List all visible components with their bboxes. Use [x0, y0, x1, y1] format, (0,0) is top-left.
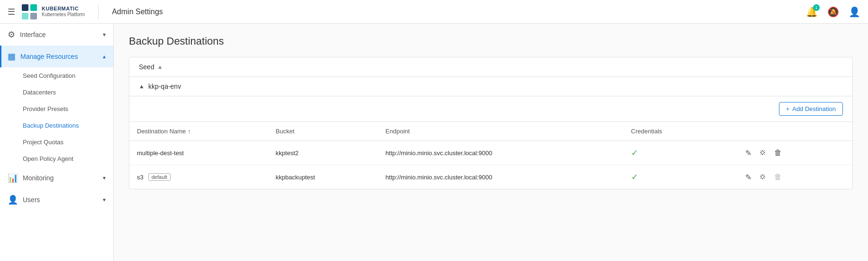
monitoring-chevron-icon: ▾ — [103, 175, 106, 181]
delete-icon: 🗑 — [774, 173, 782, 181]
table-row: multiple-dest-testkkptest2http://minio.m… — [129, 141, 852, 165]
name-sort-icon: ↑ — [188, 128, 191, 135]
sidebar-item-manage-resources-label: Manage Resources — [20, 53, 98, 60]
sidebar: ⚙ Interface ▾ ▦ Manage Resources ▴ Seed … — [0, 24, 114, 261]
edit-icon[interactable]: ✎ — [745, 173, 751, 182]
credentials-cell: ✓ — [624, 141, 738, 165]
svg-rect-0 — [22, 4, 28, 11]
sidebar-item-users-label: Users — [23, 196, 98, 204]
active-bar — [0, 46, 1, 67]
col-header-name[interactable]: Destination Name ↑ — [129, 122, 268, 141]
seed-col-label: Seed — [139, 63, 154, 71]
interface-chevron-icon: ▾ — [103, 31, 106, 38]
col-header-endpoint: Endpoint — [378, 122, 624, 141]
bucket-cell: kkptest2 — [268, 141, 378, 165]
main-title: Backup Destinations — [129, 35, 853, 47]
add-icon: + — [786, 105, 790, 112]
add-destination-row: + Add Destination — [129, 96, 852, 122]
col-header-credentials: Credentials — [624, 122, 738, 141]
manage-resources-chevron-icon: ▴ — [103, 53, 106, 60]
seed-header[interactable]: Seed ▲ — [129, 57, 852, 77]
endpoint-cell: http://minio.minio.svc.cluster.local:900… — [378, 165, 624, 189]
sidebar-item-project-quotas[interactable]: Project Quotas — [23, 134, 113, 150]
sidebar-item-manage-resources[interactable]: ▦ Manage Resources ▴ — [0, 46, 113, 67]
backup-destinations-table-container: Seed ▲ ▲ kkp-qa-env + Add Destination — [129, 57, 853, 189]
interface-icon: ⚙ — [8, 29, 15, 40]
main-content: Backup Destinations Seed ▲ ▲ kkp-qa-env … — [114, 24, 868, 261]
sidebar-item-seed-configuration[interactable]: Seed Configuration — [23, 67, 113, 84]
monitoring-icon: 📊 — [8, 173, 18, 183]
actions-cell: ✎⛭🗑 — [738, 165, 852, 189]
svg-rect-2 — [22, 13, 28, 19]
users-chevron-icon: ▾ — [103, 196, 106, 203]
destinations-table: Destination Name ↑ Bucket Endpoint Crede… — [129, 122, 852, 189]
topbar: ☰ KUBERMATIC Kubernetes Platform Admin S… — [0, 0, 868, 24]
credentials-check-icon: ✓ — [631, 148, 638, 158]
manage-resources-icon: ▦ — [8, 51, 16, 62]
sidebar-item-provider-presets[interactable]: Provider Presets — [23, 101, 113, 117]
layout: ⚙ Interface ▾ ▦ Manage Resources ▴ Seed … — [0, 24, 868, 261]
hamburger-icon[interactable]: ☰ — [8, 7, 15, 17]
add-destination-button[interactable]: + Add Destination — [779, 102, 843, 116]
logo-image — [21, 3, 38, 20]
notification-badge: 1 — [813, 4, 820, 11]
brand-sub: Kubernetes Platform — [42, 12, 85, 18]
credentials-cell: ✓ — [624, 165, 738, 189]
env-chevron-icon: ▲ — [139, 83, 145, 90]
col-header-bucket: Bucket — [268, 122, 378, 141]
destination-name: multiple-dest-test — [137, 149, 184, 157]
brand-name: KUBERMATIC — [42, 6, 85, 12]
delete-icon[interactable]: 🗑 — [774, 149, 782, 157]
sidebar-item-interface[interactable]: ⚙ Interface ▾ — [0, 24, 113, 46]
users-icon: 👤 — [8, 195, 18, 205]
manage-resources-subnav: Seed Configuration Datacenters Provider … — [0, 67, 113, 167]
env-name: kkp-qa-env — [148, 83, 181, 90]
set-default-icon[interactable]: ⛭ — [759, 173, 767, 181]
logo-text: KUBERMATIC Kubernetes Platform — [42, 6, 85, 18]
notifications-icon[interactable]: 🔔 1 — [806, 6, 818, 18]
topbar-right: 🔔 1 🔕 👤 — [806, 6, 860, 18]
default-badge: default — [148, 173, 171, 181]
table-row: s3defaultkkpbackuptesthttp://minio.minio… — [129, 165, 852, 189]
sidebar-item-interface-label: Interface — [20, 31, 98, 38]
credentials-check-icon: ✓ — [631, 172, 638, 182]
sidebar-item-users[interactable]: 👤 Users ▾ — [0, 189, 113, 211]
endpoint-cell: http://minio.minio.svc.cluster.local:900… — [378, 141, 624, 165]
destination-name: s3 — [137, 174, 144, 181]
page-title: Admin Settings — [112, 8, 163, 16]
sidebar-item-backup-destinations[interactable]: Backup Destinations — [23, 117, 113, 134]
set-default-icon[interactable]: ⛭ — [759, 149, 767, 157]
svg-rect-3 — [30, 13, 37, 19]
logo: KUBERMATIC Kubernetes Platform — [21, 3, 85, 20]
alerts-icon[interactable]: 🔕 — [827, 6, 839, 18]
topbar-divider — [98, 5, 99, 19]
env-row[interactable]: ▲ kkp-qa-env — [129, 77, 852, 96]
user-icon[interactable]: 👤 — [849, 6, 860, 18]
destination-name-cell: s3default — [129, 165, 268, 189]
edit-icon[interactable]: ✎ — [745, 149, 751, 158]
sidebar-item-datacenters[interactable]: Datacenters — [23, 84, 113, 101]
add-dest-label: Add Destination — [792, 105, 836, 112]
bucket-cell: kkpbackuptest — [268, 165, 378, 189]
topbar-left: ☰ KUBERMATIC Kubernetes Platform Admin S… — [8, 3, 163, 20]
actions-cell: ✎⛭🗑 — [738, 141, 852, 165]
seed-sort-icon: ▲ — [157, 64, 163, 70]
sidebar-item-open-policy-agent[interactable]: Open Policy Agent — [23, 150, 113, 167]
svg-rect-1 — [30, 4, 37, 11]
sidebar-item-monitoring[interactable]: 📊 Monitoring ▾ — [0, 167, 113, 189]
col-header-actions — [738, 122, 852, 141]
sidebar-item-monitoring-label: Monitoring — [23, 174, 98, 182]
destination-name-cell: multiple-dest-test — [129, 141, 268, 165]
